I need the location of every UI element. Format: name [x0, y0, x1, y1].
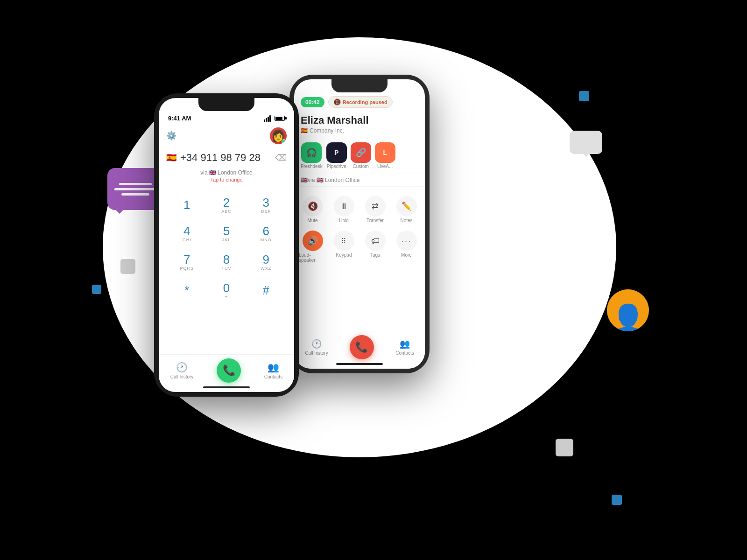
hold-button[interactable]: ⏸ Hold — [329, 193, 359, 226]
call-button[interactable]: 📞 — [217, 358, 241, 383]
dial-num-6: 6 — [262, 225, 269, 237]
pipedrive-icon: P — [326, 142, 347, 163]
backspace-icon[interactable]: ⌫ — [275, 153, 287, 163]
dial-key-7[interactable]: 7 PQRS — [168, 249, 206, 275]
dial-num-1: 1 — [183, 199, 190, 211]
dial-num-7: 7 — [183, 253, 190, 266]
dial-key-8[interactable]: 8 TUV — [208, 249, 246, 275]
p1-nav-contacts[interactable]: 👥 Contacts — [264, 362, 282, 379]
p1-header: ⚙️ 👩 — [159, 126, 294, 148]
contact-company: 🇪🇸 Company Inc. — [301, 127, 418, 134]
loudspeaker-button[interactable]: 🔊 Loud-speaker — [298, 228, 327, 266]
p1-nav-history[interactable]: 🕐 Call history — [170, 362, 193, 379]
keypad-button[interactable]: ⠿ Keypad — [329, 228, 359, 266]
dial-num-3: 3 — [262, 196, 269, 209]
phone-2-notch — [331, 79, 388, 92]
mute-label: Mute — [307, 218, 317, 223]
p1-history-icon: 🕐 — [176, 362, 188, 373]
dial-num-2: 2 — [223, 196, 230, 209]
dial-letters-7: PQRS — [180, 266, 194, 271]
p2-history-icon: 🕐 — [311, 339, 322, 349]
notes-button[interactable]: ✏️ Notes — [392, 193, 421, 226]
dial-letters-0: + — [225, 294, 228, 299]
more-button[interactable]: ··· More — [392, 228, 421, 266]
home-indicator-2 — [336, 363, 383, 365]
more-icon: ··· — [396, 231, 417, 251]
pipedrive-integration[interactable]: P Pipedrive — [326, 142, 347, 169]
dial-num-hash: # — [262, 284, 269, 296]
tap-to-change[interactable]: Tap to change — [159, 177, 294, 188]
dial-key-0[interactable]: 0 + — [208, 277, 246, 304]
dial-letters-6: MNO — [261, 238, 272, 242]
home-indicator-1 — [203, 386, 250, 388]
p2-nav-contacts[interactable]: 👥 Contacts — [395, 339, 414, 356]
contact-name: Eliza Marshall — [301, 114, 418, 126]
livea-icon: L — [375, 142, 395, 163]
phone-1-notch — [198, 98, 254, 111]
dial-key-3[interactable]: 3 DEF — [247, 192, 285, 218]
p1-contacts-icon: 👥 — [268, 362, 279, 373]
dialpad: 1 2 ABC 3 DEF 4 GHI 5 JKL — [159, 188, 294, 308]
dial-num-0: 0 — [223, 282, 230, 294]
end-call-icon: 📞 — [355, 341, 368, 353]
hold-label: Hold — [339, 218, 349, 223]
hold-icon: ⏸ — [334, 196, 354, 217]
p2-via-flag: 🇬🇧 — [301, 177, 308, 183]
tags-button[interactable]: 🏷 Tags — [360, 228, 390, 266]
dial-key-5[interactable]: 5 JKL — [208, 220, 246, 247]
dial-key-9[interactable]: 9 WXZ — [247, 249, 285, 275]
dial-key-star[interactable]: * — [168, 277, 206, 304]
more-label: More — [401, 252, 412, 258]
number-flag: 🇪🇸 — [166, 153, 176, 163]
p1-history-label: Call history — [170, 374, 193, 379]
dial-num-9: 9 — [262, 253, 269, 266]
signal-bar-1 — [264, 119, 265, 122]
dial-key-1[interactable]: 1 — [168, 192, 206, 218]
settings-icon[interactable]: ⚙️ — [166, 131, 176, 141]
keypad-label: Keypad — [336, 252, 352, 258]
transfer-button[interactable]: ⇄ Transfer — [360, 193, 390, 226]
phone-number-display: +34 911 98 79 28 — [180, 152, 261, 164]
dial-num-4: 4 — [183, 225, 190, 237]
p2-contacts-label: Contacts — [395, 350, 414, 356]
signal-bars — [264, 115, 271, 122]
deco-square-2 — [92, 285, 101, 294]
user-avatar[interactable]: 👩 — [270, 127, 287, 144]
loudspeaker-label: Loud-speaker — [299, 252, 326, 263]
avatar-person-icon: 👤 — [611, 305, 646, 331]
signal-bar-4 — [269, 115, 271, 122]
number-display-row: 🇪🇸 +34 911 98 79 28 ⌫ — [159, 148, 294, 168]
p2-nav-history[interactable]: 🕐 Call history — [305, 339, 328, 356]
notes-icon: ✏️ — [396, 196, 417, 217]
dial-key-2[interactable]: 2 ABC — [208, 192, 246, 218]
battery-icon — [275, 116, 285, 121]
status-icons — [264, 115, 285, 122]
p1-via-text: via 🇬🇧 London Office — [200, 169, 253, 176]
p2-via-line: 🇬🇧 via 🇬🇧 London Office — [294, 174, 425, 187]
end-call-button[interactable]: 📞 — [350, 335, 374, 359]
notes-label: Notes — [400, 218, 412, 223]
dial-letters-5: JKL — [222, 238, 231, 242]
dial-letters-2: ABC — [221, 209, 232, 214]
dial-key-6[interactable]: 6 MNO — [247, 220, 285, 247]
mute-button[interactable]: 🔇 Mute — [298, 193, 327, 226]
tooltip-decoration — [570, 131, 602, 154]
dial-key-4[interactable]: 4 GHI — [168, 220, 206, 247]
deco-square-4 — [120, 259, 135, 274]
call-icon: 📞 — [223, 364, 235, 377]
livea-integration[interactable]: L LiveA... — [375, 142, 395, 169]
call-timer: 00:42 — [301, 97, 324, 107]
dial-letters-3: DEF — [261, 209, 271, 214]
freshdesk-integration[interactable]: 🎧 Freshdesk — [301, 142, 323, 169]
call-controls: 🔇 Mute ⏸ Hold ⇄ Transfer ✏️ Notes 🔊 — [294, 189, 425, 267]
mute-icon: 🔇 — [303, 196, 323, 217]
livea-label: LiveA... — [377, 164, 393, 169]
p2-history-label: Call history — [305, 350, 328, 356]
custom-integration[interactable]: 🔗 Custom — [351, 142, 371, 169]
phone-dialer: 9:41 AM ⚙️ 👩 — [154, 93, 299, 397]
dial-key-hash[interactable]: # — [247, 277, 285, 304]
dial-num-8: 8 — [223, 253, 230, 266]
status-time: 9:41 AM — [168, 115, 191, 122]
dial-letters-9: WXZ — [261, 266, 271, 271]
deco-square-1 — [579, 91, 589, 101]
